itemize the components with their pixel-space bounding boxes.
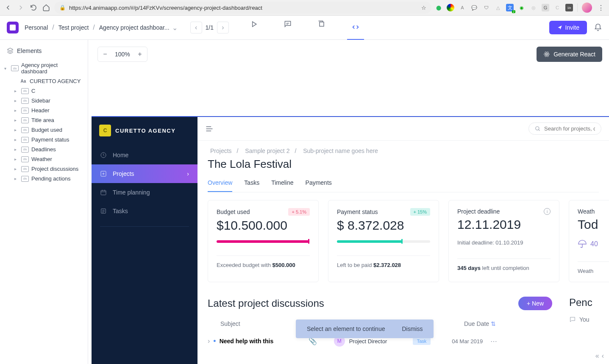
invite-button[interactable]: Invite <box>549 21 587 34</box>
ext-circle-icon[interactable]: ◎ <box>530 4 537 11</box>
pending-column: Penc You <box>569 297 599 351</box>
layers-icon[interactable] <box>313 16 330 33</box>
svg-rect-7 <box>101 190 106 195</box>
comment-icon[interactable] <box>279 16 296 33</box>
crumb-project[interactable]: Test project <box>58 24 89 31</box>
home-icon[interactable] <box>42 3 51 12</box>
tab-timeline[interactable]: Timeline <box>271 175 293 192</box>
elements-tree: ▾ div Agency project dashboard AaCURETTO… <box>0 60 88 183</box>
ext-shield-icon[interactable]: 🛡 <box>482 4 490 11</box>
ext-1b-icon[interactable]: 1b <box>565 4 573 11</box>
home-icon <box>100 152 107 158</box>
mockup-sidebar: C CURETTO AGENCY Home Projects › <box>92 117 197 364</box>
tab-payments[interactable]: Payments <box>306 175 332 192</box>
tree-root[interactable]: ▾ div Agency project dashboard <box>0 60 88 76</box>
attachment-icon: 📎 <box>309 337 317 345</box>
tree-item[interactable]: ▸divPayment status <box>0 135 88 144</box>
ext-drive-icon[interactable]: △ <box>494 4 502 11</box>
extensions: ⬤ A 💬 🛡 △ 文2 ◉ ◎ G C 1b ⋮ <box>435 3 606 13</box>
collapse-icon[interactable]: « <box>595 352 599 360</box>
chevron-down-icon[interactable]: ⌄ <box>172 24 178 32</box>
caret-down-icon: ▾ <box>4 66 8 71</box>
card-deadline: Project deadlinei 12.11.2019 Initial dea… <box>448 200 559 282</box>
menu-toggle-icon[interactable] <box>205 125 214 133</box>
profile-avatar[interactable] <box>582 3 592 13</box>
chat-icon <box>569 316 576 323</box>
pager-text: 1/1 <box>206 24 214 31</box>
ext-c-icon[interactable]: C <box>553 4 561 11</box>
tree-item[interactable]: ▸divWeather <box>0 154 88 164</box>
center-tools <box>245 16 364 40</box>
mockup-topbar <box>197 117 609 141</box>
tree-item[interactable]: ▸divSidebar <box>0 96 88 106</box>
play-icon[interactable] <box>245 16 262 33</box>
card-weather: Weath Tod 40 Weath <box>569 200 609 282</box>
elements-panel: Elements ▾ div Agency project dashboard … <box>0 40 88 364</box>
tree-item[interactable]: ▸divC <box>0 86 88 96</box>
react-icon <box>543 51 550 58</box>
app-logo[interactable] <box>7 22 19 33</box>
forward-icon[interactable] <box>16 3 25 12</box>
card-budget: Budget used+ 5.1% $10.500.000 Exceeded b… <box>208 200 319 282</box>
url-bar[interactable]: 🔒 https://v4.animaapp.com/#/p/14FzKVv/sc… <box>54 2 431 14</box>
tab-overview[interactable]: Overview <box>208 175 232 192</box>
tree-item[interactable]: ▸divTitle area <box>0 115 88 125</box>
nav-home[interactable]: Home <box>92 146 197 164</box>
pager-prev[interactable]: ‹ <box>190 22 202 33</box>
tree-item[interactable]: ▸divProject discussions <box>0 164 88 174</box>
crumb-screen[interactable]: Agency project dashboar... <box>99 24 170 31</box>
new-discussion-button[interactable]: + New <box>518 297 552 310</box>
url-text: https://v4.animaapp.com/#/p/14FzKVv/scre… <box>69 5 262 11</box>
tasks-icon <box>100 208 107 214</box>
tree-item[interactable]: ▸divPending actions <box>0 174 88 183</box>
pager-next[interactable]: › <box>217 22 229 33</box>
nav-projects[interactable]: Projects › <box>92 164 197 183</box>
code-icon[interactable] <box>347 16 364 40</box>
zoom-out[interactable]: − <box>98 47 112 61</box>
nav-time-planning[interactable]: Time planning <box>92 183 197 202</box>
brand: C CURETTO AGENCY <box>92 117 197 146</box>
reload-icon[interactable] <box>29 3 38 12</box>
breadcrumb: Projects/ Sample project 2/ Sub-project … <box>208 147 599 154</box>
search-input[interactable] <box>528 122 601 135</box>
chevron-right-icon: › <box>187 170 189 177</box>
tabs: Overview Tasks Timeline Payments <box>208 175 599 192</box>
star-icon[interactable]: ☆ <box>421 5 426 11</box>
layers-icon <box>7 47 14 54</box>
ext-g-icon[interactable]: G <box>542 4 549 11</box>
tree-item[interactable]: AaCURETTO AGENCY <box>0 76 88 86</box>
ext-color-icon[interactable] <box>447 4 454 11</box>
pager: ‹ 1/1 › <box>190 22 229 33</box>
tree-item[interactable]: ▸divHeader <box>0 106 88 115</box>
more-icon[interactable]: ⋯ <box>490 337 497 345</box>
back-icon[interactable] <box>3 3 13 12</box>
chevron-right-icon: › <box>208 337 210 345</box>
nav: Home Projects › Time planning <box>92 146 197 227</box>
ext-evernote-icon[interactable]: ⬤ <box>435 4 442 11</box>
ext-pinterest-icon[interactable]: ◉ <box>518 4 526 11</box>
ext-translate-icon[interactable]: 文2 <box>506 4 514 11</box>
tree-item[interactable]: ▸divDeadlines <box>0 144 88 154</box>
tree-item[interactable]: ▸divBudget used <box>0 125 88 135</box>
calendar-icon <box>100 189 107 196</box>
menu-icon[interactable]: ⋮ <box>596 3 606 12</box>
nav-tasks[interactable]: Tasks <box>92 202 197 220</box>
generate-react-button[interactable]: Generate React <box>537 47 602 62</box>
svg-rect-0 <box>320 22 324 26</box>
info-icon[interactable]: i <box>544 208 551 215</box>
crumb-workspace[interactable]: Personal <box>25 24 48 31</box>
brand-logo: C <box>99 125 111 136</box>
bell-icon[interactable] <box>594 23 602 32</box>
elements-header[interactable]: Elements <box>0 45 88 60</box>
ext-a-icon[interactable]: A <box>459 4 466 11</box>
tab-tasks[interactable]: Tasks <box>244 175 259 192</box>
dismiss-button[interactable]: Dismiss <box>402 325 423 332</box>
ext-chat-icon[interactable]: 💬 <box>470 4 478 11</box>
card-payment: Payment status+ 15% $ 8.372.028 Left to … <box>328 200 439 282</box>
zoom-in[interactable]: + <box>133 47 147 61</box>
zoom-value: 100% <box>112 51 133 58</box>
back-icon[interactable]: ‹ <box>602 352 604 360</box>
badge: + 15% <box>410 208 431 216</box>
svg-point-9 <box>536 126 539 130</box>
progress-bar <box>337 240 402 243</box>
